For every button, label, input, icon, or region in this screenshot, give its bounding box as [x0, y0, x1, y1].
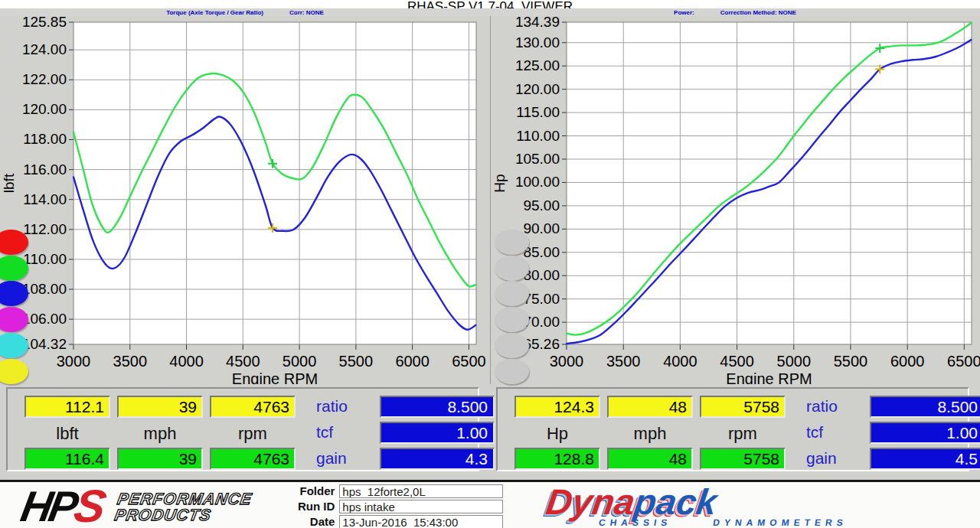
hps-logo-words: Performance Products	[113, 491, 253, 523]
torque-run1-value: 112.1	[24, 396, 110, 418]
tcf-value[interactable]: 1.00	[380, 422, 495, 444]
folder-row: Folder hps_12forte2,0L	[287, 484, 503, 498]
y-tick-label: 104.32	[22, 336, 67, 352]
footer-gap	[0, 474, 980, 480]
power-run2-value: 128.8	[514, 448, 600, 470]
torque-unit-label: lbft	[24, 422, 110, 444]
y-tick-label: 125.00	[515, 57, 560, 73]
power-header-label: Power:	[674, 9, 694, 16]
dynapack-pack: pack	[632, 481, 720, 522]
tcf-label: tcf	[302, 422, 373, 444]
dynapack-dynamometers: DYNAMOMETERS	[713, 517, 848, 528]
y-tick-label: 125.85	[22, 16, 67, 30]
x-axis-title: Engine RPM	[232, 370, 318, 384]
cursor-readout-tables: 112.1 39 4763 ratio 8.500 lbft mph rpm t…	[0, 384, 980, 474]
x-tick-label: 6000	[890, 353, 925, 370]
y-axis-title: Hp	[492, 174, 508, 192]
x-tick-label: 4500	[226, 353, 260, 370]
ratio-value[interactable]: 8.500	[380, 396, 495, 418]
x-tick-label: 6500	[947, 353, 980, 370]
plot-area	[74, 22, 476, 344]
runid-row: Run ID hps intake	[287, 500, 503, 513]
y-axis-title: lbft	[1, 173, 17, 193]
y-tick-label: 134.39	[515, 16, 560, 30]
panel-headers: Torque (Axle Torque / Gear Ratio) Corr: …	[0, 8, 980, 16]
hps-logo: HP S Performance Products	[18, 487, 254, 526]
date-label: Date	[287, 515, 335, 528]
torque-readout-table: 112.1 39 4763 ratio 8.500 lbft mph rpm t…	[6, 387, 479, 471]
y-tick-label: 120.00	[22, 101, 67, 117]
hps-logo-s: S	[71, 487, 109, 526]
plot-area	[567, 22, 972, 344]
y-tick-label: 108.00	[22, 281, 67, 297]
run-dot-gray-4[interactable]	[495, 307, 529, 332]
ratio-label: ratio	[792, 396, 863, 418]
tcf-value[interactable]: 1.00	[870, 422, 980, 444]
gain-label: gain	[302, 448, 373, 470]
y-tick-label: 106.00	[22, 311, 67, 327]
torque-run2-value: 116.4	[24, 448, 110, 470]
runid-label: Run ID	[287, 500, 335, 513]
y-tick-label: 130.00	[515, 34, 560, 51]
y-tick-label: 110.00	[23, 251, 67, 267]
y-tick-label: 95.00	[523, 197, 560, 213]
y-tick-label: 105.00	[515, 151, 560, 167]
x-tick-label: 4000	[169, 353, 204, 370]
dynapack-subtitle: CHASSIS DYNAMOMETERS	[598, 517, 848, 528]
hps-logo-line1: Performance	[116, 491, 253, 507]
gain-value[interactable]: 4.5	[870, 448, 980, 470]
date-row: Date 13-Jun-2016 15:43:00	[287, 515, 503, 528]
x-tick-label: 3500	[606, 353, 641, 370]
y-tick-label: 100.00	[515, 174, 560, 190]
dynapack-chassis: CHASSIS	[598, 517, 672, 528]
power-unit-label: Hp	[514, 422, 600, 444]
gain-value[interactable]: 4.3	[380, 448, 495, 470]
y-tick-label: 85.00	[523, 244, 560, 260]
y-tick-label: 118.00	[23, 131, 67, 147]
run-dot-gray-6[interactable]	[495, 359, 529, 384]
power-chart[interactable]: 134.39130.00125.00120.00115.00110.00105.…	[491, 16, 980, 384]
rpm-unit-label: rpm	[700, 422, 786, 444]
run-dot-gray-5[interactable]	[495, 333, 529, 358]
run-dot-gray-3[interactable]	[495, 281, 529, 306]
run-dot-gray-2[interactable]	[495, 256, 529, 281]
x-tick-label: 5000	[283, 353, 317, 370]
runid-field[interactable]: hps intake	[339, 500, 503, 513]
y-tick-label: 112.00	[23, 221, 67, 237]
dynapack-dyna: Dyna	[544, 481, 638, 522]
power-run1-value: 124.3	[514, 396, 600, 418]
torque-chart-panel: 125.85124.00122.00120.00118.00116.00114.…	[0, 16, 490, 384]
folder-field[interactable]: hps_12forte2,0L	[339, 484, 503, 498]
tcf-label: tcf	[792, 422, 863, 444]
x-tick-label: 3000	[57, 353, 91, 370]
speed-run2-value: 39	[117, 448, 203, 470]
speed-unit-label: mph	[117, 422, 203, 444]
x-tick-label: 3500	[113, 353, 148, 370]
torque-chart[interactable]: 125.85124.00122.00120.00118.00116.00114.…	[0, 16, 490, 384]
power-panel-header: Power: Correction Method: NONE	[490, 8, 980, 16]
rpm-run2-value: 4763	[210, 448, 296, 470]
y-tick-label: 114.00	[23, 191, 67, 207]
y-tick-label: 122.00	[22, 71, 67, 87]
dynapack-logo: Dynapack CHASSIS DYNAMOMETERS	[543, 485, 853, 528]
y-tick-label: 115.00	[516, 104, 560, 120]
power-correction-label: Correction Method: NONE	[720, 9, 796, 16]
speed-run1-value: 48	[607, 396, 693, 418]
date-field[interactable]: 13-Jun-2016 15:43:00	[339, 515, 503, 528]
x-tick-label: 6000	[395, 353, 430, 370]
x-tick-label: 6500	[452, 353, 486, 370]
x-tick-label: 4000	[663, 353, 697, 370]
hps-logo-hp: HP	[18, 487, 78, 526]
y-tick-label: 116.00	[23, 161, 67, 178]
y-tick-label: 120.00	[515, 81, 560, 97]
rpm-run1-value: 5758	[700, 396, 786, 418]
ratio-value[interactable]: 8.500	[870, 396, 980, 418]
window-titlebar: RHAS-SP V1.7-04 VIEWER	[0, 0, 980, 8]
torque-panel-header: Torque (Axle Torque / Gear Ratio) Corr: …	[0, 8, 490, 16]
x-tick-label: 3000	[550, 353, 584, 370]
torque-header-label: Torque (Axle Torque / Gear Ratio)	[166, 9, 263, 16]
run-dot-gray-1[interactable]	[495, 230, 529, 255]
window-title: RHAS-SP V1.7-04 VIEWER	[407, 0, 573, 8]
x-tick-label: 5500	[339, 353, 374, 370]
dynapack-wordmark: Dynapack	[544, 485, 853, 519]
